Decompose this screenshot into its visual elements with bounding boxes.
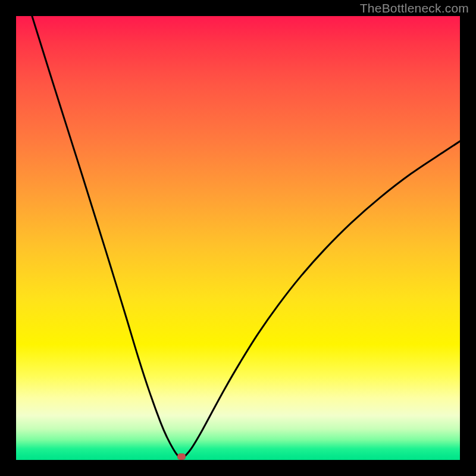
curve-right-branch <box>181 141 460 458</box>
curve-left-branch <box>32 16 181 458</box>
plot-area <box>16 16 460 460</box>
optimum-marker <box>177 453 186 460</box>
curve-svg <box>16 16 460 460</box>
chart-frame: TheBottleneck.com <box>0 0 476 476</box>
watermark-text: TheBottleneck.com <box>360 1 469 15</box>
